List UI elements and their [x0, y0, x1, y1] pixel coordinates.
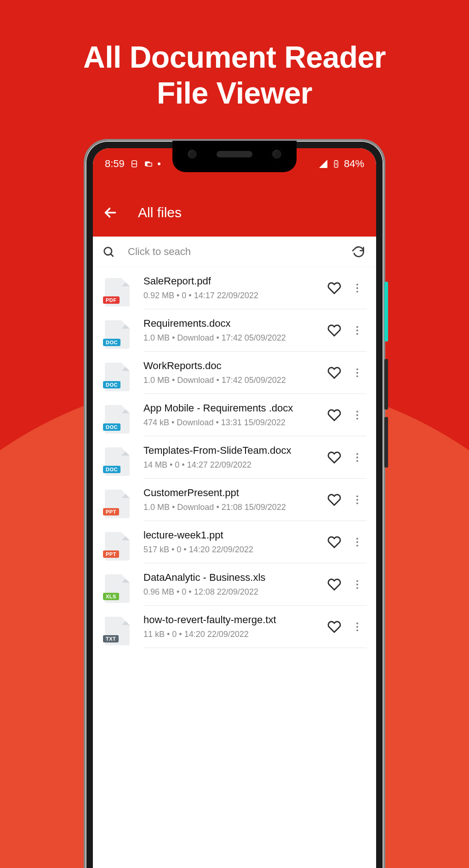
status-indicator-icon	[144, 160, 152, 168]
row-actions	[327, 281, 363, 295]
status-time: 8:59	[105, 158, 125, 170]
more-options-icon[interactable]	[351, 409, 363, 421]
file-meta: 11 kB • 0 • 14:20 22/09/2022	[143, 630, 324, 639]
row-actions	[327, 366, 363, 380]
file-row[interactable]: TXT how-to-revert-faulty-merge.txt 11 kB…	[93, 606, 376, 648]
file-type-badge: DOC	[103, 381, 120, 388]
app-bar: All files	[93, 189, 376, 237]
svg-point-20	[356, 460, 358, 462]
row-actions	[327, 324, 363, 337]
file-row[interactable]: DOC App Mobile - Requirements .docx 474 …	[93, 394, 376, 436]
search-input[interactable]	[128, 246, 339, 258]
row-actions	[327, 451, 363, 464]
battery-charging-icon	[332, 160, 340, 168]
file-name: App Mobile - Requirements .docx	[143, 402, 324, 414]
svg-point-5	[104, 247, 112, 255]
svg-point-31	[356, 626, 358, 628]
file-type-badge: PPT	[103, 508, 119, 515]
svg-point-12	[356, 368, 358, 370]
status-left-group: 8:59	[105, 158, 160, 170]
more-options-icon[interactable]	[351, 621, 363, 633]
row-actions	[327, 620, 363, 634]
svg-point-22	[356, 499, 358, 501]
more-options-icon[interactable]	[351, 536, 363, 548]
file-meta: 14 MB • 0 • 14:27 22/09/2022	[143, 460, 324, 470]
favorite-icon[interactable]	[327, 578, 341, 591]
file-row[interactable]: DOC Requirements.docx 1.0 MB • Download …	[93, 309, 376, 352]
speaker-grill	[217, 151, 252, 157]
promo-headline: All Document Reader File Viewer	[0, 0, 469, 111]
svg-point-21	[356, 495, 358, 497]
status-right-group: 84%	[319, 158, 364, 170]
file-name: WorkReports.doc	[143, 360, 324, 372]
file-meta: 474 kB • Download • 13:31 15/09/2022	[143, 418, 324, 428]
phone-screen: 8:59 84% All files	[93, 148, 376, 868]
promo-line-1: All Document Reader	[0, 40, 469, 75]
file-name: how-to-revert-faulty-merge.txt	[143, 614, 324, 626]
status-indicator-icon	[130, 160, 138, 168]
svg-point-17	[356, 417, 358, 419]
row-actions	[327, 493, 363, 507]
phone-notch	[172, 141, 297, 172]
svg-point-24	[356, 538, 358, 539]
favorite-icon[interactable]	[327, 535, 341, 549]
status-dot-icon	[158, 162, 160, 165]
svg-point-10	[356, 330, 358, 331]
file-row[interactable]: PDF SaleReport.pdf 0.92 MB • 0 • 14:17 2…	[93, 267, 376, 309]
refresh-icon[interactable]	[352, 245, 365, 258]
file-meta: 1.0 MB • Download • 17:42 05/09/2022	[143, 333, 324, 343]
more-options-icon[interactable]	[351, 367, 363, 379]
front-camera-icon	[185, 147, 199, 161]
svg-point-23	[356, 502, 358, 504]
phone-volume-down	[384, 417, 388, 468]
file-type-badge: PPT	[103, 550, 119, 558]
more-options-icon[interactable]	[351, 494, 363, 506]
file-type-badge: DOC	[103, 339, 120, 346]
search-bar	[93, 237, 376, 267]
favorite-icon[interactable]	[327, 620, 341, 634]
search-icon[interactable]	[102, 245, 115, 258]
file-row[interactable]: PPT CustomerPresent.ppt 1.0 MB • Downloa…	[93, 479, 376, 521]
row-actions	[327, 408, 363, 422]
file-type-badge: DOC	[103, 466, 120, 473]
favorite-icon[interactable]	[327, 281, 341, 295]
svg-point-26	[356, 544, 358, 546]
file-name: Templates-From-SlideTeam.docx	[143, 445, 324, 457]
file-meta: 517 kB • 0 • 14:20 22/09/2022	[143, 545, 324, 555]
svg-point-11	[356, 333, 358, 335]
more-options-icon[interactable]	[351, 282, 363, 294]
svg-point-8	[356, 290, 358, 292]
svg-point-16	[356, 414, 358, 416]
file-row[interactable]: DOC WorkReports.doc 1.0 MB • Download • …	[93, 352, 376, 394]
svg-point-6	[356, 284, 358, 285]
more-options-icon[interactable]	[351, 579, 363, 590]
svg-point-28	[356, 584, 358, 585]
file-type-badge: PDF	[103, 296, 120, 304]
file-type-icon: PPT	[105, 532, 130, 561]
back-arrow-icon[interactable]	[102, 204, 119, 221]
file-list[interactable]: PDF SaleReport.pdf 0.92 MB • 0 • 14:17 2…	[93, 267, 376, 648]
signal-icon	[319, 160, 327, 168]
file-type-icon: DOC	[105, 363, 130, 391]
file-name: CustomerPresent.ppt	[143, 487, 324, 499]
favorite-icon[interactable]	[327, 408, 341, 422]
status-battery-percent: 84%	[344, 158, 364, 170]
more-options-icon[interactable]	[351, 451, 363, 463]
favorite-icon[interactable]	[327, 324, 341, 337]
more-options-icon[interactable]	[351, 324, 363, 336]
file-row[interactable]: XLS DataAnalytic - Business.xls 0.96 MB …	[93, 563, 376, 606]
svg-rect-2	[147, 163, 152, 167]
row-actions	[327, 578, 363, 591]
svg-point-29	[356, 587, 358, 589]
file-row[interactable]: PPT lecture-week1.ppt 517 kB • 0 • 14:20…	[93, 521, 376, 563]
svg-point-27	[356, 580, 358, 582]
file-row[interactable]: DOC Templates-From-SlideTeam.docx 14 MB …	[93, 436, 376, 479]
svg-point-7	[356, 287, 358, 289]
file-meta: 1.0 MB • Download • 21:08 15/09/2022	[143, 503, 324, 512]
favorite-icon[interactable]	[327, 366, 341, 380]
file-name: DataAnalytic - Business.xls	[143, 572, 324, 584]
favorite-icon[interactable]	[327, 493, 341, 507]
svg-point-19	[356, 457, 358, 458]
favorite-icon[interactable]	[327, 451, 341, 464]
file-type-icon: DOC	[105, 320, 130, 349]
